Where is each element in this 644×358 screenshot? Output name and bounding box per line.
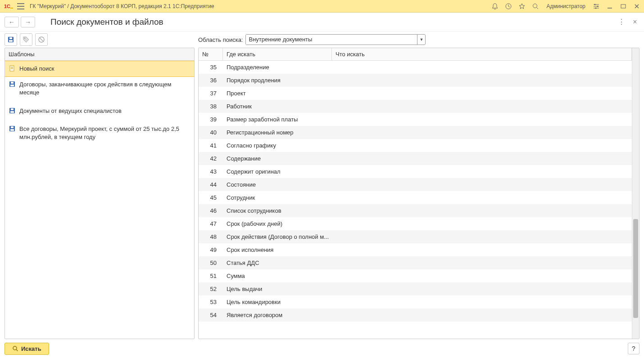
vertical-scrollbar[interactable] xyxy=(632,48,639,339)
table-row[interactable]: 53Цель командировки xyxy=(199,295,632,309)
favorites-icon[interactable] xyxy=(517,2,526,11)
cell-num: 53 xyxy=(199,299,223,305)
close-tab-icon[interactable]: × xyxy=(630,18,639,27)
tag-button[interactable] xyxy=(20,33,32,46)
table-row[interactable]: 45Сотрудник xyxy=(199,191,632,204)
template-item[interactable]: Все договоры, Меркурий проект, с суммой … xyxy=(5,121,194,145)
cell-num: 36 xyxy=(199,77,223,84)
templates-panel: Шаблоны Новый поискДоговоры, заканчивающ… xyxy=(5,48,195,339)
cell-where: Проект xyxy=(223,90,332,97)
search-button[interactable]: Искать xyxy=(5,343,49,355)
nav-forward-button[interactable]: → xyxy=(21,17,35,27)
cell-where: Работник xyxy=(223,103,332,110)
nav-back-button[interactable]: ← xyxy=(5,17,19,27)
table-row[interactable]: 51Сумма xyxy=(199,269,632,282)
minimize-icon[interactable] xyxy=(605,2,614,11)
svg-rect-17 xyxy=(10,111,14,113)
right-panel: Область поиска: Внутренние документы ▼ №… xyxy=(198,31,639,339)
save-button[interactable] xyxy=(5,33,17,46)
titlebar-right-controls: Администратор xyxy=(490,2,641,11)
table-row[interactable]: 41Согласно графику xyxy=(199,139,632,152)
history-icon[interactable] xyxy=(504,2,513,11)
close-window-icon[interactable] xyxy=(632,2,641,11)
table-row[interactable]: 36Порядок продления xyxy=(199,74,632,87)
col-where-header[interactable]: Где искать xyxy=(223,48,332,60)
template-label: Договоры, заканчивающие срок действия в … xyxy=(19,81,190,97)
maximize-icon[interactable] xyxy=(619,2,628,11)
table-row[interactable]: 40Регистрационный номер xyxy=(199,126,632,139)
help-button[interactable]: ? xyxy=(628,343,639,354)
cell-num: 45 xyxy=(199,194,223,201)
col-what-header[interactable]: Что искать xyxy=(332,48,632,60)
search-scope-select[interactable]: Внутренние документы ▼ xyxy=(245,34,426,45)
col-num-header[interactable]: № xyxy=(199,48,223,60)
cell-num: 41 xyxy=(199,142,223,149)
cell-num: 54 xyxy=(199,312,223,318)
table-row[interactable]: 44Состояние xyxy=(199,178,632,191)
template-label: Все договоры, Меркурий проект, с суммой … xyxy=(19,125,190,141)
svg-rect-6 xyxy=(621,4,626,8)
criteria-grid: № Где искать Что искать 35Подразделение3… xyxy=(198,48,639,339)
app-logo: 1C xyxy=(3,2,15,11)
cell-num: 52 xyxy=(199,286,223,292)
svg-rect-21 xyxy=(11,126,14,128)
cell-where: Размер заработной платы xyxy=(223,116,332,123)
cell-num: 40 xyxy=(199,129,223,136)
main-menu-icon[interactable] xyxy=(15,2,26,11)
table-row[interactable]: 50Статья ДДС xyxy=(199,256,632,269)
svg-rect-14 xyxy=(10,85,14,86)
grid-header: № Где искать Что искать xyxy=(199,48,632,61)
cell-num: 42 xyxy=(199,155,223,162)
cell-where: Согласно графику xyxy=(223,142,332,149)
template-item[interactable]: Документы от ведущих специалистов xyxy=(5,103,194,119)
table-row[interactable]: 49Срок исполнения xyxy=(199,243,632,256)
table-row[interactable]: 37Проект xyxy=(199,87,632,100)
template-item[interactable]: Новый поиск xyxy=(5,61,194,77)
cell-where: Содержание xyxy=(223,155,332,162)
app-title: ГК "Меркурий" / Документооборот 8 КОРП, … xyxy=(30,3,490,9)
table-row[interactable]: 46Список сотрудников xyxy=(199,204,632,217)
table-row[interactable]: 52Цель выдачи xyxy=(199,282,632,295)
cell-where: Цель командировки xyxy=(223,299,332,305)
user-name[interactable]: Администратор xyxy=(546,3,585,9)
more-actions-icon[interactable]: ⋮ xyxy=(617,18,626,27)
cell-where: Сотрудник xyxy=(223,194,332,201)
save-icon xyxy=(9,81,16,88)
chevron-down-icon[interactable]: ▼ xyxy=(417,35,425,45)
search-icon[interactable] xyxy=(531,2,540,11)
document-icon xyxy=(9,65,16,72)
svg-rect-15 xyxy=(11,82,14,84)
template-item[interactable]: Договоры, заканчивающие срок действия в … xyxy=(5,77,194,100)
scrollbar-thumb[interactable] xyxy=(633,219,638,318)
table-row[interactable]: 47Срок (рабочих дней) xyxy=(199,217,632,230)
table-row[interactable]: 43Содержит оригинал xyxy=(199,165,632,178)
grid-body: 35Подразделение36Порядок продления37Прое… xyxy=(199,61,632,322)
cell-num: 43 xyxy=(199,168,223,175)
table-row[interactable]: 42Содержание xyxy=(199,152,632,165)
settings-icon[interactable] xyxy=(592,2,601,11)
cell-num: 48 xyxy=(199,233,223,240)
table-row[interactable]: 39Размер заработной платы xyxy=(199,113,632,126)
svg-rect-12 xyxy=(10,66,14,71)
svg-rect-8 xyxy=(9,40,13,42)
cell-where: Порядок продления xyxy=(223,77,332,84)
cell-num: 39 xyxy=(199,116,223,123)
search-scope-label: Область поиска: xyxy=(198,36,243,43)
svg-point-22 xyxy=(13,346,17,350)
table-row[interactable]: 35Подразделение xyxy=(199,61,632,74)
cell-where: Содержит оригинал xyxy=(223,168,332,175)
cancel-button[interactable] xyxy=(35,33,48,46)
svg-point-3 xyxy=(594,4,596,5)
cell-where: Срок (рабочих дней) xyxy=(223,220,332,227)
cell-where: Регистрационный номер xyxy=(223,129,332,136)
notifications-icon[interactable] xyxy=(490,2,499,11)
cell-where: Срок исполнения xyxy=(223,246,332,253)
svg-point-5 xyxy=(595,7,597,9)
save-icon xyxy=(9,125,16,132)
cell-num: 44 xyxy=(199,181,223,188)
cell-where: Цель выдачи xyxy=(223,286,332,292)
table-row[interactable]: 38Работник xyxy=(199,100,632,113)
table-row[interactable]: 48Срок действия (Договор о полной м... xyxy=(199,230,632,243)
left-panel: Шаблоны Новый поискДоговоры, заканчивающ… xyxy=(5,31,195,339)
table-row[interactable]: 54Является договором xyxy=(199,309,632,322)
